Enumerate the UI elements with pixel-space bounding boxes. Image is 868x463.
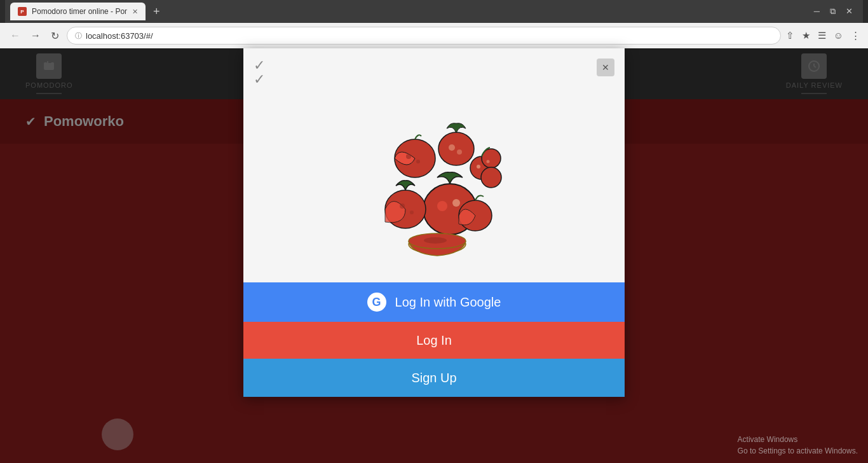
forward-btn[interactable]: → xyxy=(28,27,43,44)
sidebar-icon[interactable]: ☰ xyxy=(818,30,826,41)
close-btn[interactable]: ✕ xyxy=(846,6,853,17)
profile-icon[interactable]: ☺ xyxy=(834,30,843,41)
lock-icon: ⓘ xyxy=(75,31,82,41)
modal-close-button[interactable]: ✕ xyxy=(597,59,614,76)
bottom-ghost-icon xyxy=(102,418,133,450)
share-icon[interactable]: ⇧ xyxy=(786,30,794,41)
menu-icon[interactable]: ⋮ xyxy=(851,30,860,41)
login-modal: ✓ ✓ ✕ xyxy=(243,48,625,397)
svg-point-14 xyxy=(481,167,501,188)
browser-chrome: P Pomodoro timer online - Pomow ✕ + ─ ⧉ … xyxy=(0,0,868,48)
svg-point-8 xyxy=(416,160,420,163)
activate-windows: Activate Windows Go to Settings to activ… xyxy=(738,434,858,457)
modal-buttons: G Log In with Google Log In Sign Up xyxy=(243,282,625,397)
page-content: POMODORO DAILY REVIEW ✔ Pomoworko Activa xyxy=(0,48,868,463)
bookmark-icon[interactable]: ★ xyxy=(802,30,810,41)
svg-point-11 xyxy=(457,149,462,155)
svg-point-9 xyxy=(438,132,474,165)
tab-bar: P Pomodoro timer online - Pomow ✕ + ─ ⧉ … xyxy=(5,0,863,23)
svg-point-16 xyxy=(487,160,490,163)
svg-point-18 xyxy=(437,201,447,211)
browser-tab[interactable]: P Pomodoro timer online - Pomow ✕ xyxy=(10,3,146,20)
restore-btn[interactable]: ⧉ xyxy=(830,6,836,17)
svg-point-15 xyxy=(477,165,480,169)
login-label: Log In xyxy=(416,333,452,348)
google-g-icon: G xyxy=(367,293,386,312)
signup-label: Sign Up xyxy=(411,371,456,385)
signup-button[interactable]: Sign Up xyxy=(243,359,625,397)
url-text: localhost:63703/#/ xyxy=(86,31,153,41)
svg-point-10 xyxy=(449,144,455,151)
modal-header: ✓ ✓ ✕ xyxy=(243,48,625,92)
title-bar: P Pomodoro timer online - Pomow ✕ + ─ ⧉ … xyxy=(0,0,868,23)
activate-line2: Go to Settings to activate Windows. xyxy=(738,445,858,457)
activate-line1: Activate Windows xyxy=(738,434,858,445)
minimize-btn[interactable]: ─ xyxy=(814,6,820,17)
nav-bar: ← → ↻ ⓘ localhost:63703/#/ ⇧ ★ ☰ ☺ ⋮ xyxy=(0,23,868,48)
modal-chevrons-icon: ✓ ✓ xyxy=(254,59,265,86)
tab-title: Pomodoro timer online - Pomow xyxy=(32,7,127,16)
svg-point-7 xyxy=(406,154,411,159)
login-google-label: Log In with Google xyxy=(395,295,501,310)
login-button[interactable]: Log In xyxy=(243,322,625,359)
new-tab-button[interactable]: + xyxy=(148,5,165,18)
svg-point-26 xyxy=(424,237,447,244)
modal-image-area xyxy=(243,92,625,282)
tomato-illustration xyxy=(358,111,510,263)
tab-favicon: P xyxy=(18,7,27,16)
address-bar[interactable]: ⓘ localhost:63703/#/ xyxy=(67,27,781,45)
login-google-button[interactable]: G Log In with Google xyxy=(243,282,625,322)
refresh-btn[interactable]: ↻ xyxy=(48,27,62,45)
back-btn[interactable]: ← xyxy=(8,27,23,44)
svg-point-22 xyxy=(410,211,414,214)
svg-point-19 xyxy=(452,199,460,207)
svg-point-21 xyxy=(400,204,405,209)
tab-close-btn[interactable]: ✕ xyxy=(132,8,138,16)
nav-actions: ⇧ ★ ☰ ☺ ⋮ xyxy=(786,30,860,41)
